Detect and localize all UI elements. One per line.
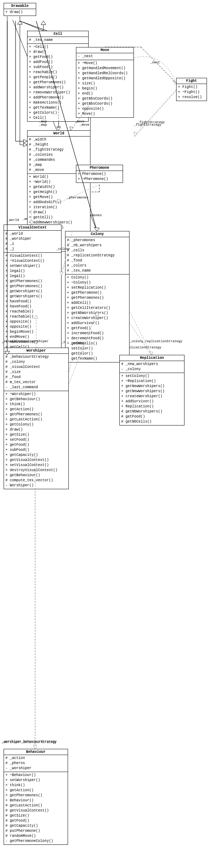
drawable-method-draw: + draw() xyxy=(5,10,34,15)
cell-fields: # _tex_name xyxy=(27,37,88,44)
replication-fields: # _new_worshipers - _colony xyxy=(120,361,184,373)
move-title: Move xyxy=(76,47,133,53)
colony-fields: # _pheromones # _nb_worshipers # _cells … xyxy=(65,237,129,274)
colony-methods: + Colony() + ~Colony() + setReplication(… xyxy=(65,274,129,362)
label-move: _move xyxy=(80,123,89,127)
svg-marker-27 xyxy=(17,21,22,24)
drawable-methods: + draw() xyxy=(4,9,36,16)
replication-title: Replication xyxy=(120,355,184,361)
svg-marker-56 xyxy=(149,352,153,355)
svg-text:_world: _world xyxy=(7,218,19,222)
svg-line-7 xyxy=(134,91,176,138)
pheromone-box: Pheromone + Pheromone() + ~Pheromone() xyxy=(76,165,123,183)
worshiper-title: Worshiper xyxy=(4,348,68,354)
colony-title: Colony xyxy=(65,231,129,237)
svg-marker-3 xyxy=(57,127,60,130)
cell-field-texname: # _tex_name xyxy=(29,38,87,43)
svg-line-5 xyxy=(141,47,176,83)
behaviour-methods: + ~Behaviour() + setWorshiper() + think(… xyxy=(4,772,68,844)
move-box: Move - _next + ~Move() + getHandledMovem… xyxy=(76,47,134,118)
svg-text:_colony_replicationStrategy: _colony_replicationStrategy xyxy=(129,340,182,343)
colony-box: Colony # _pheromones # _nb_worshipers # … xyxy=(65,231,130,362)
svg-marker-42 xyxy=(134,132,137,136)
fight-methods: + Fight() + ~Fight() + resolve() xyxy=(177,84,207,101)
svg-marker-65 xyxy=(33,745,37,749)
svg-marker-1 xyxy=(18,21,22,24)
svg-marker-44 xyxy=(173,80,176,84)
pheromone-methods: + Pheromone() + ~Pheromone() xyxy=(76,171,123,183)
pheromone-title: Pheromone xyxy=(76,165,123,171)
worshiper-box: Worshiper # _behaviourStrategy # _colony… xyxy=(4,348,69,489)
label-worshiper-behaviour-strategy: _worshiper_behaviourStrategy xyxy=(2,741,56,744)
svg-text:_next: _next xyxy=(150,61,160,64)
svg-line-41 xyxy=(135,90,176,136)
worshiper-methods: + ~Worshiper() + getBehaviour() + think(… xyxy=(4,391,68,489)
behaviour-title: Behaviour xyxy=(4,749,68,755)
drawable-title: Drawable xyxy=(4,3,36,9)
visualcontext-fields: # _world # _worshiper # _i # _j xyxy=(4,231,61,253)
fight-title: Fight xyxy=(177,78,207,84)
behaviour-box: Behaviour # _action # _pheros - _worship… xyxy=(4,749,68,845)
drawable-box: Drawable + draw() xyxy=(4,3,36,16)
svg-marker-22 xyxy=(24,143,27,147)
svg-line-26 xyxy=(20,21,47,31)
replication-methods: + setColony() + ~Replication() + getNewW… xyxy=(120,373,184,425)
diagram-container: _map _move _fightStrategy _world _pherom… xyxy=(0,0,208,868)
move-methods: + ~Move() + getHandledMovement() + getHa… xyxy=(76,60,133,117)
worshiper-fields: # _behaviourStrategy # _colony # _visual… xyxy=(4,354,68,391)
world-title: World xyxy=(27,131,90,137)
svg-marker-36 xyxy=(57,127,60,130)
svg-line-0 xyxy=(20,21,43,31)
replication-box: Replication # _new_worshipers - _colony … xyxy=(119,355,184,425)
cell-title: Cell xyxy=(27,31,88,37)
svg-marker-34 xyxy=(94,227,99,231)
svg-marker-39 xyxy=(70,127,73,130)
fight-box: Fight + Fight() + ~Fight() + resolve() xyxy=(176,78,207,101)
visualcontext-title: VisualContext xyxy=(4,225,61,231)
svg-marker-19 xyxy=(41,21,46,25)
move-fields: - _next xyxy=(76,53,133,60)
label-map: _map xyxy=(39,123,47,127)
behaviour-fields: # _action # _pheros - _worshiper xyxy=(4,755,68,772)
svg-marker-30 xyxy=(24,139,27,143)
label-fight-strategy: _fightStrategy xyxy=(134,123,161,127)
